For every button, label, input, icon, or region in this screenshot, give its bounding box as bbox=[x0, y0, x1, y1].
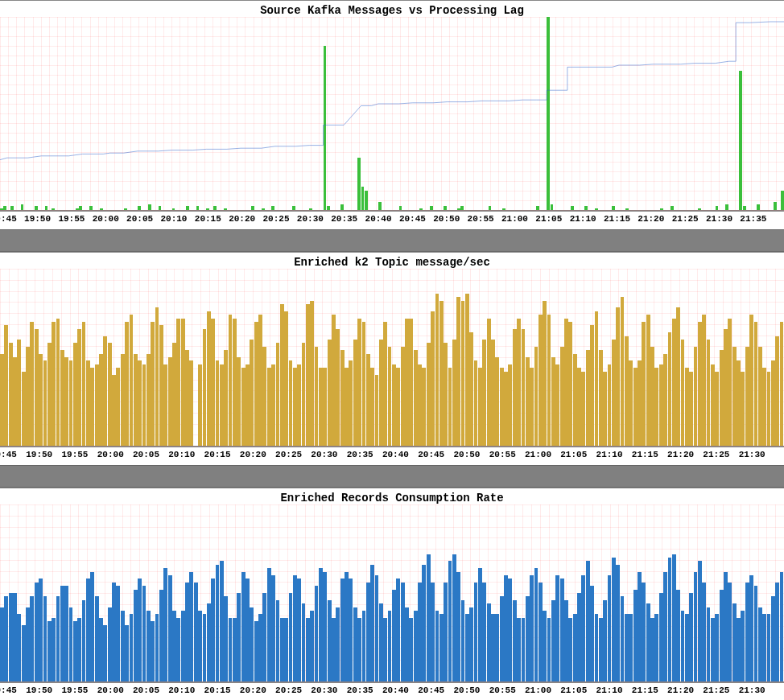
chart-xaxis-3: 19:4519:5019:5520:0020:0520:1020:1520:20… bbox=[0, 682, 784, 700]
chart-plot-2[interactable] bbox=[0, 269, 784, 447]
chart-title-1: Source Kafka Messages vs Processing Lag bbox=[0, 0, 784, 17]
chart-title-2: Enriched k2 Topic message/sec bbox=[0, 252, 784, 269]
chart-panel-3: Enriched Records Consumption Rate 19:451… bbox=[0, 488, 784, 700]
panel-separator bbox=[0, 465, 784, 488]
panel-separator bbox=[0, 229, 784, 252]
chart-plot-3[interactable] bbox=[0, 504, 784, 682]
chart-plot-1[interactable] bbox=[0, 17, 784, 211]
chart-xaxis-1: 19:4519:5019:5520:0020:0520:1020:1520:20… bbox=[0, 211, 784, 229]
chart-panel-1: Source Kafka Messages vs Processing Lag … bbox=[0, 0, 784, 229]
chart-title-3: Enriched Records Consumption Rate bbox=[0, 488, 784, 504]
chart-xaxis-2: 19:4519:5019:5520:0020:0520:1020:1520:20… bbox=[0, 447, 784, 465]
chart-panel-2: Enriched k2 Topic message/sec 19:4519:50… bbox=[0, 252, 784, 465]
